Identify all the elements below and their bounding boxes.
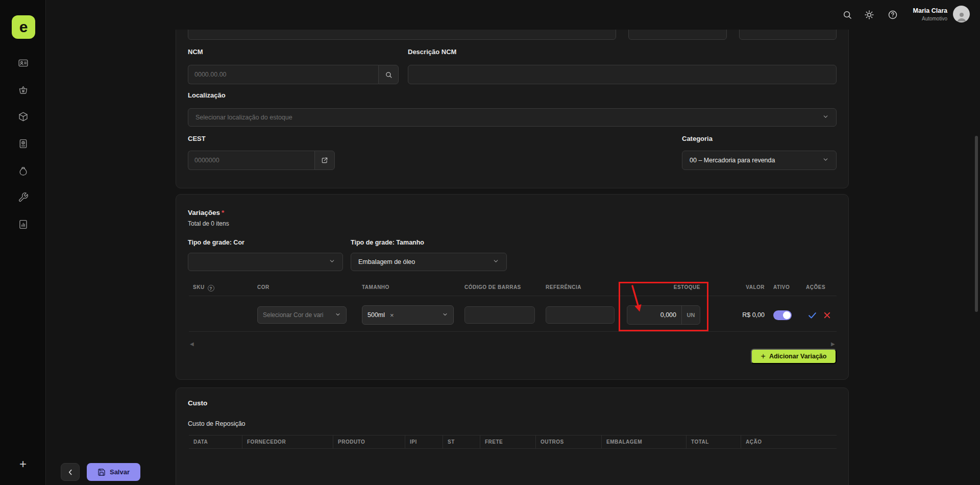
cest-external-link-button[interactable] <box>314 151 335 170</box>
col-header-total: TOTAL <box>687 435 741 448</box>
row-valor: R$ 0,00 <box>712 311 765 319</box>
grade-cor-label: Tipo de grade: Cor <box>188 239 244 246</box>
categoria-select[interactable]: 00 – Mercadoria para revenda <box>682 151 837 170</box>
col-header-embalagem: EMBALAGEM <box>602 435 687 448</box>
grade-cor-select[interactable] <box>188 253 343 271</box>
app-screen: e <box>0 0 980 485</box>
col-header-outros: OUTROS <box>536 435 602 448</box>
cest-field-group <box>188 151 335 170</box>
cest-input[interactable] <box>188 151 314 170</box>
user-role: Automotivo <box>913 16 947 21</box>
toggle-knob <box>783 311 791 319</box>
search-icon[interactable] <box>842 10 852 20</box>
ledger-icon <box>18 219 29 232</box>
avatar[interactable] <box>953 6 970 22</box>
localizacao-label: Localização <box>188 91 226 99</box>
help-icon[interactable] <box>888 10 898 20</box>
variacoes-section: Variações* Total de 0 itens Tipo de grad… <box>176 194 849 380</box>
localizacao-placeholder: Selecionar localização do estoque <box>195 114 292 121</box>
row-estoque-input[interactable] <box>627 306 681 324</box>
table-divider <box>189 296 837 296</box>
logo-letter: e <box>19 19 28 35</box>
grade-tamanho-value: Embalagem de óleo <box>358 258 415 265</box>
cest-label: CEST <box>188 135 206 142</box>
variacoes-title: Variações* <box>188 209 224 216</box>
col-header-frete: FRETE <box>480 435 536 448</box>
plus-icon: + <box>761 352 766 360</box>
sidebar-item-financeiro[interactable] <box>0 161 46 183</box>
chevron-down-icon <box>493 258 499 266</box>
row-referencia-input[interactable] <box>546 306 615 324</box>
row-ativo-toggle[interactable] <box>773 310 792 320</box>
confirm-check-icon[interactable] <box>807 310 818 321</box>
col-header-referencia: REFERÊNCIA <box>546 284 581 290</box>
save-disk-icon <box>97 468 106 476</box>
back-button[interactable] <box>61 463 80 481</box>
col-header-produto: PRODUTO <box>333 435 405 448</box>
save-button[interactable]: Salvar <box>87 463 140 481</box>
remove-x-icon[interactable] <box>822 310 832 321</box>
col-header-st: ST <box>443 435 480 448</box>
scrollbar-track <box>975 0 978 485</box>
categoria-label: Categoria <box>682 135 713 142</box>
save-button-label: Salvar <box>110 468 130 476</box>
chevron-down-icon <box>822 113 829 122</box>
col-header-cor: COR <box>257 284 270 290</box>
user-menu[interactable]: Maria Clara Automotivo <box>913 7 947 21</box>
col-header-acao: AÇÃO <box>741 435 837 448</box>
external-link-icon <box>321 157 328 164</box>
pager-prev-icon[interactable]: ◀ <box>190 341 194 347</box>
chevron-left-icon <box>66 468 75 476</box>
custo-table-header: DATA FORNECEDOR PRODUTO IPI ST FRETE OUT… <box>189 435 837 449</box>
ncm-label: NCM <box>188 48 203 56</box>
chevron-down-icon <box>329 258 335 266</box>
localizacao-select[interactable]: Selecionar localização do estoque <box>188 108 837 127</box>
row-cor-select[interactable]: Selecionar Cor de vari <box>257 306 347 324</box>
theme-brightness-icon[interactable] <box>864 10 874 20</box>
package-icon <box>18 111 29 124</box>
row-tamanho-select[interactable]: 500ml × <box>362 305 454 325</box>
custo-subtitle: Custo de Reposição <box>188 420 246 427</box>
col-header-valor: VALOR <box>712 284 765 290</box>
money-bag-icon <box>18 166 29 179</box>
variacoes-total: Total de 0 itens <box>188 220 229 227</box>
sidebar-item-ferramentas[interactable] <box>0 187 46 209</box>
chip-remove-icon[interactable]: × <box>390 311 394 319</box>
ncm-input[interactable] <box>188 65 378 84</box>
sidebar-item-relatorios[interactable] <box>0 214 46 236</box>
required-mark: * <box>222 209 224 216</box>
user-name: Maria Clara <box>913 7 947 14</box>
col-header-ipi: IPI <box>405 435 443 448</box>
grade-tamanho-select[interactable]: Embalagem de óleo <box>351 253 507 271</box>
sku-help-icon[interactable]: ? <box>208 285 214 292</box>
sidebar-add-button[interactable]: + <box>0 453 46 475</box>
search-icon <box>385 71 393 79</box>
table-divider <box>189 331 837 332</box>
ncm-desc-input[interactable] <box>408 65 837 84</box>
pager-next-icon[interactable]: ▶ <box>831 341 835 347</box>
sidebar-item-produtos[interactable] <box>0 107 46 128</box>
scrollbar-thumb[interactable] <box>975 136 978 312</box>
row-codigo-barras-input[interactable] <box>464 306 535 324</box>
topbar: Maria Clara Automotivo <box>46 0 980 30</box>
id-card-icon <box>18 58 29 70</box>
row-estoque-field: UN <box>627 305 700 325</box>
row-cor-placeholder: Selecionar Cor de vari <box>263 311 323 319</box>
sidebar-item-notas[interactable] <box>0 134 46 155</box>
col-header-fornecedor: FORNECEDOR <box>242 435 333 448</box>
col-header-data: DATA <box>189 435 242 448</box>
categoria-value: 00 – Mercadoria para revenda <box>690 157 775 164</box>
sidebar-item-vendas[interactable] <box>0 80 46 102</box>
plus-icon: + <box>19 457 27 471</box>
app-logo[interactable]: e <box>12 15 35 39</box>
ncm-search-button[interactable] <box>378 65 399 84</box>
wrench-icon <box>18 192 29 205</box>
col-header-tamanho: TAMANHO <box>362 284 389 290</box>
receipt-icon <box>18 138 29 151</box>
sidebar-item-cadastros[interactable] <box>0 53 46 75</box>
custo-title: Custo <box>188 399 207 407</box>
ncm-desc-label: Descrição NCM <box>408 48 456 56</box>
adicionar-variacao-button[interactable]: + Adicionar Variação <box>751 349 837 364</box>
adicionar-variacao-label: Adicionar Variação <box>769 353 827 360</box>
col-header-ativo: ATIVO <box>773 284 790 290</box>
